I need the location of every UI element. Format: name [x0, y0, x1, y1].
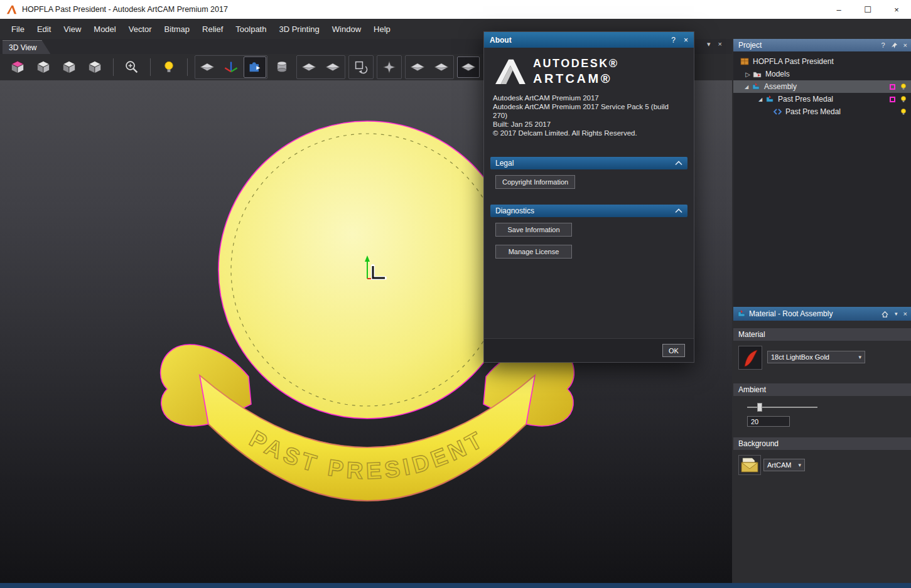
- menu-3d-printing[interactable]: 3D Printing: [272, 21, 325, 38]
- plane-d-icon[interactable]: [430, 56, 453, 78]
- tree-item-past-pres-medal[interactable]: ◢ Past Pres Medal: [733, 93, 911, 105]
- tree-item-past-pres-medal-relief[interactable]: Past Pres Medal: [733, 105, 911, 118]
- tab-3d-view[interactable]: 3D View: [3, 40, 50, 54]
- star-shape-icon[interactable]: [378, 56, 401, 78]
- project-panel-header[interactable]: Project ? ×: [733, 39, 911, 51]
- material-red-swatch-icon: [741, 348, 760, 368]
- tree-item-project-root[interactable]: HOPFLA Past President: [733, 55, 911, 68]
- collapse-chevron-icon[interactable]: [675, 208, 682, 213]
- legal-section-header[interactable]: Legal: [490, 157, 687, 169]
- dialog-footer: OK: [484, 338, 694, 362]
- cylinder-shape-icon[interactable]: [271, 56, 293, 78]
- project-close-icon[interactable]: ×: [903, 41, 907, 49]
- autodesk-artcam-logo: AUTODESK® ARTCAM®: [484, 48, 694, 91]
- about-dialog-title: About: [490, 36, 512, 45]
- menu-vector[interactable]: Vector: [122, 21, 158, 38]
- manage-license-button[interactable]: Manage License: [495, 245, 572, 259]
- material-preview-thumbnail[interactable]: [738, 346, 762, 370]
- window-title: HOPFLA Past President - Autodesk ArtCAM …: [22, 5, 228, 14]
- menu-bitmap[interactable]: Bitmap: [158, 21, 196, 38]
- tree-label: HOPFLA Past President: [753, 57, 834, 66]
- material-select[interactable]: 18ct LightBox Gold ▾: [767, 351, 865, 363]
- tree-item-models[interactable]: ▷ Models: [733, 68, 911, 80]
- dropdown-caret-icon: ▾: [798, 462, 801, 468]
- relief-plane-icon[interactable]: [196, 56, 218, 78]
- visibility-bulb-icon[interactable]: [900, 108, 907, 115]
- material-panel-header[interactable]: Material - Root Assembly ▾ ×: [733, 307, 911, 321]
- material-panel-title: Material - Root Assembly: [749, 309, 833, 318]
- selection-color-swatch[interactable]: [890, 84, 895, 90]
- view-cube-red-icon[interactable]: [6, 56, 29, 78]
- material-section-title: Material: [738, 330, 765, 339]
- brand-autodesk: AUTODESK®: [533, 57, 618, 70]
- ok-button[interactable]: OK: [662, 344, 685, 357]
- expanded-arrow-icon[interactable]: ◢: [756, 97, 765, 102]
- dock-chevron-icon[interactable]: ▾: [895, 311, 898, 317]
- ambient-section-bar[interactable]: Ambient: [733, 383, 911, 396]
- origin-axes-icon[interactable]: [220, 56, 242, 78]
- menu-window[interactable]: Window: [326, 21, 367, 38]
- about-dialog: About ? × AUTODESK® ARTCAM® Autodesk Art…: [483, 31, 694, 363]
- diagnostics-section-header[interactable]: Diagnostics: [490, 205, 687, 217]
- titlebar: HOPFLA Past President - Autodesk ArtCAM …: [0, 0, 911, 19]
- project-tree: HOPFLA Past President ▷ Models ◢ Assembl…: [733, 55, 911, 118]
- app-logo-icon: [6, 4, 17, 15]
- zoom-icon[interactable]: [121, 56, 143, 78]
- ambient-value-input[interactable]: 20: [747, 416, 790, 427]
- material-select-value: 18ct LightBox Gold: [771, 353, 829, 361]
- brand-artcam: ARTCAM®: [533, 72, 618, 86]
- material-close-icon[interactable]: ×: [903, 310, 907, 318]
- dialog-close-icon[interactable]: ×: [684, 36, 688, 45]
- menu-view[interactable]: View: [57, 21, 87, 38]
- copyright-line: © 2017 Delcam Limited. All Rights Reserv…: [493, 129, 685, 137]
- minimize-button[interactable]: –: [824, 0, 853, 19]
- plane-b-icon[interactable]: [321, 56, 344, 78]
- close-button[interactable]: ×: [882, 0, 911, 19]
- panel-collapse-icon[interactable]: ▾: [707, 40, 711, 48]
- visibility-bulb-icon[interactable]: [900, 95, 907, 103]
- collapse-chevron-icon[interactable]: [675, 161, 682, 166]
- home-icon[interactable]: [881, 310, 889, 318]
- about-dialog-titlebar[interactable]: About ? ×: [484, 32, 694, 48]
- selection-color-swatch[interactable]: [890, 97, 895, 102]
- expanded-arrow-icon[interactable]: ◢: [742, 84, 751, 90]
- menu-file[interactable]: File: [5, 21, 31, 38]
- save-information-button[interactable]: Save Information: [495, 223, 572, 237]
- plane-active-icon[interactable]: [457, 56, 480, 78]
- menu-edit[interactable]: Edit: [31, 21, 57, 38]
- background-preview-thumbnail[interactable]: [738, 455, 761, 475]
- ambient-slider-handle[interactable]: [757, 403, 762, 412]
- toolbar-separator: [187, 58, 188, 76]
- tree-item-assembly[interactable]: ◢ Assembly: [733, 80, 911, 93]
- background-section-bar[interactable]: Background: [733, 437, 911, 450]
- material-section-bar[interactable]: Material: [733, 328, 911, 341]
- light-toggle-icon[interactable]: [158, 56, 180, 78]
- ambient-value: 20: [751, 418, 758, 425]
- rotate-relief-icon[interactable]: [350, 56, 372, 78]
- menu-model[interactable]: Model: [87, 21, 122, 38]
- background-envelope-icon: [740, 457, 759, 473]
- dialog-help-icon[interactable]: ?: [671, 36, 676, 45]
- product-line-2: Autodesk ArtCAM Premium 2017 Service Pac…: [493, 102, 685, 120]
- project-pin-icon[interactable]: [891, 42, 898, 49]
- background-section-title: Background: [738, 439, 779, 448]
- view-cube-shaded-icon[interactable]: [58, 56, 80, 78]
- menu-help[interactable]: Help: [367, 21, 397, 38]
- view-cube-white-icon[interactable]: [32, 56, 55, 78]
- plane-c-icon[interactable]: [406, 56, 429, 78]
- collapsed-arrow-icon[interactable]: ▷: [743, 71, 752, 78]
- plane-a-icon[interactable]: [298, 56, 320, 78]
- copyright-information-button[interactable]: Copyright Information: [495, 175, 575, 189]
- panel-close-icon[interactable]: ×: [718, 40, 722, 48]
- background-select[interactable]: ArtCAM ▾: [763, 459, 805, 471]
- medal-assembly-icon: [765, 95, 775, 104]
- maximize-button[interactable]: ☐: [853, 0, 882, 19]
- menu-relief[interactable]: Relief: [196, 21, 229, 38]
- visibility-bulb-icon[interactable]: [900, 83, 907, 90]
- menu-toolpath[interactable]: Toolpath: [229, 21, 272, 38]
- view-cube-light-icon[interactable]: [84, 56, 106, 78]
- assembly-puzzle-icon[interactable]: [244, 56, 266, 78]
- project-help-icon[interactable]: ?: [881, 41, 885, 49]
- toolbar-separator: [150, 58, 151, 76]
- toolbar-separator: [113, 58, 114, 76]
